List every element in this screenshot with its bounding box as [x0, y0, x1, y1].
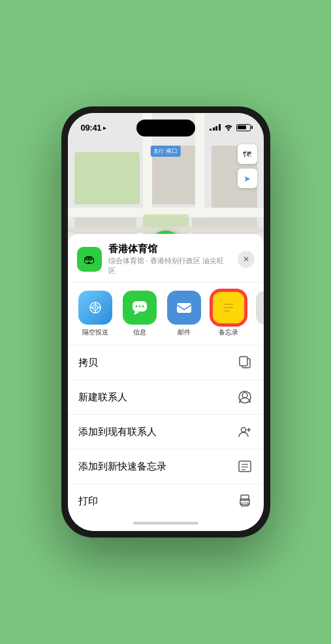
phone-screen: 09:41 ▸	[68, 113, 264, 531]
share-mail[interactable]: 邮件	[166, 291, 202, 337]
copy-label: 拷贝	[78, 357, 98, 369]
action-add-existing[interactable]: 添加到现有联系人	[68, 415, 264, 449]
add-existing-icon	[236, 423, 253, 440]
svg-point-9	[138, 306, 140, 308]
action-new-contact[interactable]: 新建联系人	[68, 380, 264, 415]
share-airdrop[interactable]: 隔空投送	[77, 291, 114, 337]
svg-point-10	[142, 306, 144, 308]
new-contact-icon	[236, 389, 253, 406]
location-button[interactable]: ➤	[238, 169, 257, 188]
messages-label: 信息	[133, 328, 146, 337]
svg-point-8	[135, 306, 137, 308]
more-icon	[256, 291, 264, 325]
new-contact-label: 新建联系人	[78, 391, 127, 404]
share-row: 隔空投送 信息	[68, 283, 264, 346]
mail-label: 邮件	[178, 328, 191, 337]
battery-icon	[236, 124, 251, 131]
svg-point-2	[94, 307, 96, 309]
venue-name: 香港体育馆	[108, 243, 231, 255]
dynamic-island	[136, 120, 195, 137]
map-type-icon: 🗺	[243, 150, 251, 159]
notes-label: 备忘录	[219, 328, 238, 337]
action-copy[interactable]: 拷贝	[68, 346, 264, 380]
map-south-entrance-label: 直行 南口	[150, 146, 181, 157]
copy-icon	[236, 354, 253, 371]
quick-note-icon	[236, 458, 253, 475]
airdrop-icon	[78, 291, 112, 325]
share-more[interactable]: 推	[255, 291, 264, 337]
mail-icon	[167, 291, 201, 325]
venue-info: 香港体育馆 综合体育馆 · 香港特别行政区 油尖旺区	[108, 243, 231, 276]
airdrop-label: 隔空投送	[82, 328, 108, 337]
location-arrow-icon: ▸	[103, 124, 106, 131]
venue-subtitle: 综合体育馆 · 香港特别行政区 油尖旺区	[108, 256, 231, 276]
sheet-header: 🏟 香港体育馆 综合体育馆 · 香港特别行政区 油尖旺区 ✕	[68, 234, 264, 283]
home-indicator	[68, 518, 264, 531]
svg-point-20	[241, 428, 245, 432]
map-controls: 🗺 ➤	[238, 144, 257, 188]
add-existing-label: 添加到现有联系人	[78, 426, 157, 438]
svg-point-18	[242, 393, 247, 398]
quick-note-label: 添加到新快速备忘录	[78, 460, 166, 473]
svg-rect-17	[240, 357, 247, 366]
bottom-sheet: 🏟 香港体育馆 综合体育馆 · 香港特别行政区 油尖旺区 ✕	[68, 234, 264, 531]
status-time: 09:41	[81, 123, 102, 133]
action-quick-note[interactable]: 添加到新快速备忘录	[68, 449, 264, 484]
wifi-icon	[224, 123, 233, 132]
status-icons	[210, 123, 251, 132]
share-messages[interactable]: 信息	[121, 291, 158, 337]
map-type-button[interactable]: 🗺	[238, 144, 257, 164]
svg-rect-11	[177, 303, 191, 313]
signal-bars-icon	[210, 124, 221, 131]
notes-icon	[212, 291, 245, 325]
location-icon: ➤	[244, 174, 251, 184]
print-label: 打印	[78, 495, 98, 507]
close-button[interactable]: ✕	[238, 251, 255, 268]
print-icon	[236, 492, 253, 509]
action-print[interactable]: 打印	[68, 484, 264, 518]
messages-icon	[123, 291, 157, 325]
venue-icon: 🏟	[77, 247, 102, 272]
share-notes[interactable]: 备忘录	[210, 291, 247, 337]
phone-frame: 09:41 ▸	[61, 106, 270, 538]
svg-rect-27	[241, 495, 249, 500]
